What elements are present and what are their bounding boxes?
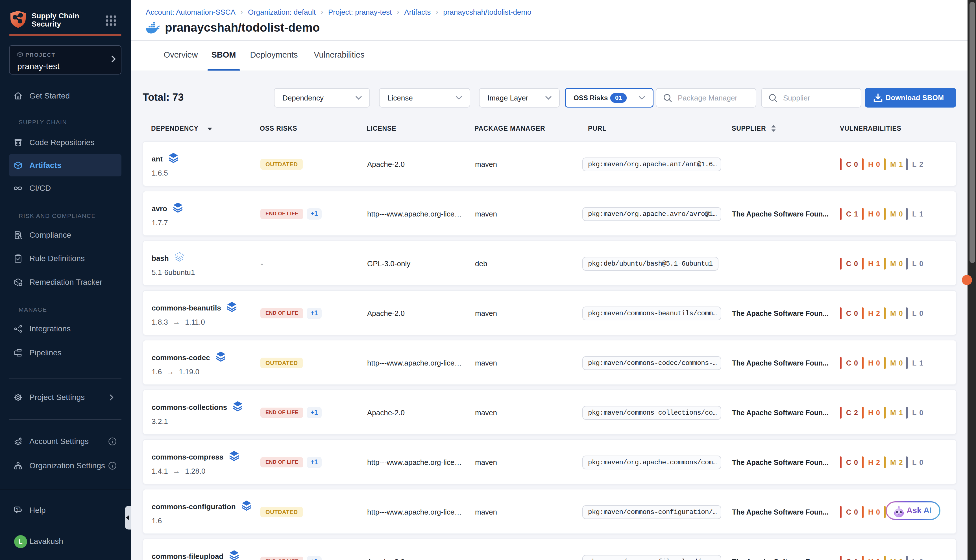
svg-text:?: ? xyxy=(16,507,18,512)
